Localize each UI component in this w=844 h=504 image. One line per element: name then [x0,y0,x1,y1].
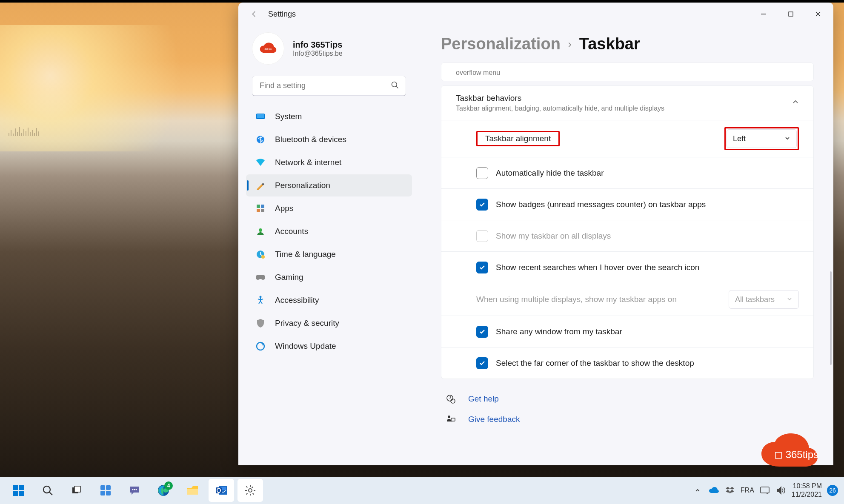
alignment-dropdown[interactable]: Left [727,129,797,148]
widgets-button[interactable] [93,479,118,502]
nav-accessibility[interactable]: Accessibility [246,289,412,311]
give-feedback-text: Give feedback [468,415,520,424]
nav-label: System [275,112,302,121]
clock[interactable]: 10:58 PM 11/2/2021 [792,482,822,499]
nav-gaming[interactable]: Gaming [246,266,412,288]
close-button[interactable] [804,5,832,23]
svg-rect-40 [187,489,198,495]
svg-rect-46 [761,487,769,493]
far-corner-label: Select the far corner of the taskbar to … [496,359,694,368]
back-button[interactable] [248,8,260,20]
edge-badge-count: 4 [164,481,173,490]
taskbar: 4 FRA 10:58 PM 11/2/2021 26 [0,477,844,504]
update-icon [255,341,266,351]
svg-point-36 [132,489,134,490]
svg-text:◻ 365tips: ◻ 365tips [774,449,818,460]
bluetooth-icon [255,134,266,145]
settings-taskbar-button[interactable] [237,479,263,502]
sidebar: 365 tips info 365Tips Info@365tips.be Sy… [238,26,417,465]
nav-personalization[interactable]: Personalization [246,174,412,196]
accessibility-icon [255,295,266,305]
nav-bluetooth[interactable]: Bluetooth & devices [246,128,412,151]
search-box [252,76,406,96]
nav-label: Network & internet [275,158,341,167]
nav-privacy[interactable]: Privacy & security [246,312,412,334]
minimize-button[interactable] [750,5,777,23]
svg-rect-34 [100,491,105,495]
cast-icon[interactable] [759,485,770,496]
nav-label: Personalization [275,181,330,190]
svg-rect-8 [257,114,264,118]
help-icon [445,393,456,404]
tray-chevron-icon[interactable] [692,485,703,496]
multi-display-row: When using multiple displays, show my ta… [441,283,813,316]
overflow-panel-stub[interactable]: overflow menu [441,63,814,81]
svg-rect-31 [74,486,80,492]
svg-rect-11 [261,205,264,208]
outlook-button[interactable] [209,479,234,502]
badges-checkbox[interactable] [476,199,488,211]
notification-center[interactable]: 26 [827,485,838,496]
file-explorer-button[interactable] [180,479,205,502]
user-card[interactable]: 365 tips info 365Tips Info@365tips.be [246,29,412,74]
apps-icon [255,203,266,214]
alignment-value: Left [733,134,746,143]
titlebar: Settings [238,3,833,26]
multi-display-dropdown: All taskbars [729,290,799,309]
search-button[interactable] [35,479,60,502]
edge-button[interactable]: 4 [151,479,176,502]
chevron-right-icon: › [568,38,572,50]
behaviors-header[interactable]: Taskbar behaviors Taskbar alignment, bad… [441,86,813,120]
nav-network[interactable]: Network & internet [246,151,412,174]
multi-display-value: All taskbars [735,295,775,304]
svg-rect-22 [451,418,455,421]
svg-rect-25 [19,485,24,490]
svg-rect-27 [19,491,24,496]
dropbox-icon[interactable] [724,485,735,496]
overflow-subtitle: overflow menu [456,69,500,77]
chat-button[interactable] [122,479,147,502]
share-window-row: Share any window from my taskbar [441,316,813,347]
settings-window: Settings 365 tips info 365Tips Info@365t… [238,3,833,465]
accounts-icon [255,226,266,236]
alignment-row: Taskbar alignment Left [441,120,813,157]
auto-hide-label: Automatically hide the taskbar [496,168,604,178]
time-icon [255,249,266,259]
recent-searches-row: Show recent searches when I hover over t… [441,251,813,283]
start-button[interactable] [6,479,31,502]
nav-time[interactable]: Time & language [246,243,412,265]
get-help-text: Get help [468,394,499,404]
language-indicator[interactable]: FRA [741,487,754,494]
maximize-button[interactable] [777,5,804,23]
nav-label: Accounts [275,227,308,236]
chevron-down-icon [784,134,790,143]
user-email: Info@365tips.be [293,50,343,57]
svg-rect-13 [261,209,264,212]
far-corner-checkbox[interactable] [476,357,488,369]
onedrive-icon[interactable] [708,485,719,496]
feedback-icon [445,414,456,425]
avatar: 365 tips [252,32,284,65]
network-icon [255,157,266,168]
task-view-button[interactable] [64,479,89,502]
give-feedback-link[interactable]: Give feedback [441,412,814,427]
share-window-checkbox[interactable] [476,326,488,338]
volume-icon[interactable] [775,485,787,496]
auto-hide-checkbox[interactable] [476,167,488,179]
nav-system[interactable]: System [246,105,412,128]
recent-searches-checkbox[interactable] [476,262,488,273]
svg-rect-1 [789,12,793,16]
nav-update[interactable]: Windows Update [246,335,412,357]
clock-date: 11/2/2021 [792,490,822,499]
nav-apps[interactable]: Apps [246,197,412,219]
chevron-down-icon [787,295,793,304]
nav-accounts[interactable]: Accounts [246,220,412,242]
svg-rect-10 [257,205,260,208]
breadcrumb-parent[interactable]: Personalization [441,35,561,53]
personalization-icon [255,180,266,191]
search-input[interactable] [252,76,406,96]
chevron-up-icon [792,99,799,107]
nav-label: Accessibility [275,296,319,305]
get-help-link[interactable]: Get help [441,392,814,406]
scrollbar[interactable] [830,91,832,451]
